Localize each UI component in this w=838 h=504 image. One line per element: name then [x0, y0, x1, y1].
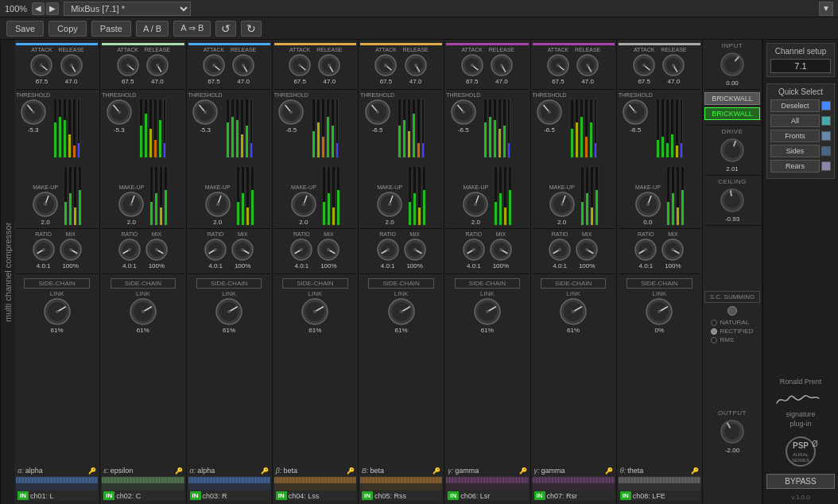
svg-point-219: [671, 248, 674, 251]
strip-color-bar: [533, 43, 615, 45]
channel-key-icon[interactable]: 🔑: [605, 467, 613, 475]
meter-bar-1: [402, 99, 406, 158]
ratio-group: RATIO 4.0:1: [32, 231, 56, 269]
ratio-label: RATIO: [465, 231, 482, 237]
paste-button[interactable]: Paste: [91, 21, 131, 37]
ratio-value: 4.0:1: [37, 262, 51, 269]
meter-bar-0: [570, 99, 574, 158]
arrow-right[interactable]: ▶: [46, 2, 59, 15]
threshold-area: THRESHOLD -6.5: [360, 92, 442, 158]
channel-key-icon[interactable]: 🔑: [88, 467, 96, 475]
svg-point-183: [561, 203, 564, 206]
in-badge[interactable]: IN: [362, 491, 373, 500]
in-badge[interactable]: IN: [103, 491, 114, 500]
natural-option[interactable]: NATURAL: [711, 319, 753, 326]
attack-release-row: ATTACK 67.5 RELEASE 47.0: [274, 47, 356, 85]
meter-pair: [53, 99, 80, 158]
rears-button[interactable]: Rears: [770, 160, 820, 173]
deselect-button[interactable]: Deselect: [770, 99, 820, 112]
threshold-area: THRESHOLD -6.5: [274, 92, 356, 158]
in-badge[interactable]: IN: [17, 491, 29, 500]
link-value: 61%: [567, 327, 580, 334]
input-knob[interactable]: [718, 50, 747, 79]
threshold-value: -6.5: [458, 126, 469, 134]
channel-name-bar: Β: beta 🔑: [360, 466, 442, 475]
signature-svg: [773, 389, 828, 408]
channel-greek: α:: [190, 467, 196, 475]
release-group: RELEASE 47.0: [575, 47, 600, 85]
mix-group: MIX 100%: [661, 231, 685, 269]
ratio-group: RATIO 4.0:1: [204, 231, 227, 269]
meter-bar-0: [236, 166, 240, 226]
ratio-label: RATIO: [35, 231, 52, 237]
link-label: LINK: [50, 290, 64, 297]
meter-bar-3: [681, 166, 685, 226]
in-badge[interactable]: IN: [534, 491, 545, 500]
sides-button[interactable]: Sides: [770, 145, 820, 157]
attack-release-row: ATTACK 67.5 RELEASE 47.0: [102, 47, 184, 85]
brickwall-button[interactable]: BRICKWALL: [704, 92, 760, 105]
ab-copy-button[interactable]: A ⇒ B: [173, 21, 211, 37]
waveform-fill: [619, 477, 700, 483]
channel-strip-ch1: ATTACK 67.5 RELEASE 47.0 THRESHOLD: [14, 40, 100, 504]
rms-option[interactable]: RMS: [711, 336, 753, 343]
ceiling-knob[interactable]: [718, 186, 747, 215]
deselect-color: [821, 101, 831, 110]
rectified-option[interactable]: RECTIFIED: [711, 328, 753, 335]
output-knob[interactable]: [718, 417, 747, 446]
svg-point-59: [212, 64, 215, 67]
fronts-button[interactable]: Fronts: [770, 130, 820, 142]
channel-display-name: ch07: Rsr: [547, 492, 578, 500]
channel-key-icon[interactable]: 🔑: [347, 467, 355, 475]
expand-btn[interactable]: ▼: [819, 2, 833, 16]
svg-point-155: [474, 203, 477, 206]
brickwall-active-button[interactable]: BRICKWALL: [704, 107, 760, 120]
in-badge[interactable]: IN: [448, 491, 459, 500]
threshold-group: THRESHOLD -6.5: [274, 92, 308, 134]
svg-text:Ø: Ø: [812, 440, 818, 448]
meter-bar-0: [312, 99, 316, 158]
channel-name-bar: θ: theta 🔑: [619, 466, 700, 475]
meter-bar-0: [656, 99, 660, 158]
drive-knob[interactable]: [718, 136, 747, 165]
bypass-button[interactable]: BYPASS: [766, 474, 835, 489]
release-group: RELEASE 47.0: [489, 47, 514, 85]
meter-bar-1: [231, 99, 235, 158]
ab-compare-button[interactable]: A / B: [136, 21, 169, 37]
in-badge[interactable]: IN: [620, 491, 631, 500]
channel-key-icon[interactable]: 🔑: [433, 467, 440, 475]
channel-key-icon[interactable]: 🔑: [691, 467, 699, 475]
mixbus-dropdown[interactable]: MixBus [7.1] *: [64, 2, 191, 16]
channel-key-icon[interactable]: 🔑: [519, 467, 527, 475]
rectified-radio[interactable]: [711, 328, 717, 335]
in-badge[interactable]: IN: [190, 491, 201, 500]
channel-key-icon[interactable]: 🔑: [175, 467, 183, 475]
undo-button[interactable]: ↺: [215, 21, 236, 37]
channel-key-icon[interactable]: 🔑: [261, 467, 269, 475]
in-badge[interactable]: IN: [276, 491, 287, 500]
natural-radio[interactable]: [711, 320, 717, 326]
svg-point-159: [472, 248, 475, 251]
svg-text:SERIES: SERIES: [792, 458, 809, 463]
sidechain-label: SIDE-CHAIN: [282, 278, 348, 289]
gr-meter: [507, 99, 510, 158]
all-button[interactable]: All: [770, 114, 820, 127]
makeup-label: MAKE-UP: [118, 184, 144, 190]
attack-release-row: ATTACK 67.5 RELEASE 47.0: [360, 47, 442, 85]
threshold-area: THRESHOLD -6.5: [533, 92, 615, 158]
arrow-left[interactable]: ◀: [32, 2, 45, 15]
svg-point-139: [400, 310, 403, 313]
makeup-meters: [494, 166, 512, 226]
summing-dot[interactable]: [727, 306, 737, 316]
meter-bar-2: [149, 99, 153, 158]
meter-bar-2: [665, 99, 669, 158]
makeup-group: MAKE-UP 2.0: [290, 184, 317, 226]
rms-radio[interactable]: [711, 337, 717, 343]
copy-button[interactable]: Copy: [48, 21, 87, 37]
threshold-label: THRESHOLD: [274, 92, 308, 98]
deselect-row: Deselect: [770, 99, 831, 112]
redo-button[interactable]: ↻: [241, 21, 262, 37]
svg-point-11: [32, 110, 35, 114]
release-value: 47.0: [237, 78, 250, 85]
save-button[interactable]: Save: [6, 21, 44, 37]
